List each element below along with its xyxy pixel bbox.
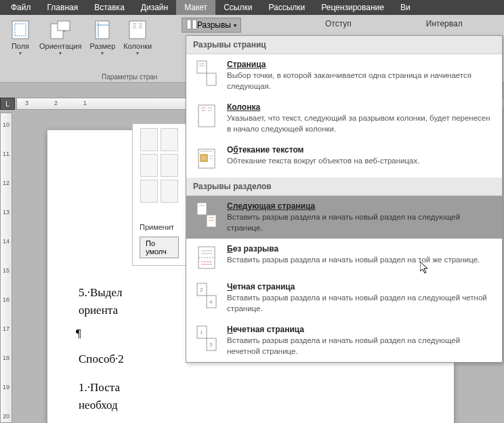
preview-thumb (140, 180, 158, 203)
svg-rect-7 (129, 21, 146, 39)
menu-file[interactable]: Файл (3, 0, 39, 15)
nextpage-break-icon (193, 201, 220, 228)
svg-text:4: 4 (209, 299, 213, 305)
menu-review[interactable]: Рецензирование (313, 0, 392, 15)
preview-thumb (161, 180, 178, 203)
pilcrow: ¶ (76, 327, 81, 340)
svg-text:3: 3 (209, 342, 213, 348)
menu-layout[interactable]: Макет (176, 0, 215, 15)
document-text: ориента (79, 304, 118, 317)
breaks-icon (186, 19, 197, 32)
dd-page[interactable]: Страница Выбор точки, в которой заканчив… (186, 54, 502, 97)
svg-rect-14 (187, 20, 191, 29)
tab-selector[interactable]: L (0, 98, 15, 110)
menu-insert[interactable]: Вставка (86, 0, 133, 15)
column-break-icon (193, 102, 220, 129)
document-text: 5.·Выдел (79, 286, 122, 300)
svg-rect-30 (197, 203, 207, 215)
document-text: Способ·2 (79, 352, 124, 366)
vertical-ruler[interactable]: 10 11 12 13 14 15 16 17 18 19 20 (0, 113, 12, 423)
orientation-button[interactable]: Ориентация ▾ (35, 18, 85, 58)
svg-rect-17 (207, 73, 216, 85)
dd-continuous[interactable]: Без разрыва Вставить разрыв раздела и на… (186, 239, 502, 277)
oddpage-break-icon: 13 (193, 325, 220, 352)
preview-thumb (140, 154, 158, 177)
default-button[interactable]: По умолч (140, 237, 179, 258)
svg-text:1: 1 (200, 329, 203, 336)
menu-view[interactable]: Ви (392, 0, 419, 15)
size-button[interactable]: Размер ▾ (85, 18, 119, 58)
svg-rect-15 (192, 20, 196, 29)
indent-label: Отступ (325, 19, 352, 28)
document-text: необход (79, 399, 118, 412)
svg-text:2: 2 (200, 287, 203, 293)
dd-section-section-breaks: Разрывы разделов (186, 178, 502, 196)
columns-button[interactable]: Колонки ▾ (119, 18, 156, 58)
page-setup-panel: Применит По умолч (132, 123, 186, 266)
spacing-label: Интервал (426, 19, 463, 28)
columns-icon (127, 19, 148, 41)
margins-button[interactable]: Поля ▾ (5, 18, 35, 58)
dd-next-page[interactable]: Следующая страница Вставить разрыв разде… (186, 196, 502, 239)
orientation-icon (49, 19, 71, 41)
breaks-button[interactable]: Разрывы ▾ (182, 18, 241, 33)
dd-textwrap[interactable]: Обтекание текстом Обтекание текста вокру… (186, 140, 502, 178)
svg-rect-16 (197, 61, 207, 73)
evenpage-break-icon: 24 (193, 282, 220, 309)
size-icon (91, 19, 113, 41)
svg-rect-26 (201, 155, 207, 161)
dd-column[interactable]: Колонка Указывает, что текст, следующий … (186, 97, 502, 140)
page-break-icon (193, 60, 220, 87)
margins-icon (9, 19, 31, 41)
svg-rect-31 (207, 215, 216, 227)
svg-rect-4 (96, 21, 109, 39)
apply-to-label: Применит (140, 223, 179, 231)
preview-thumb (161, 128, 178, 151)
ribbon-group-caption: Параметры стран (102, 73, 157, 81)
document-text: 1.·Поста (79, 381, 120, 395)
menubar: Файл Главная Вставка Дизайн Макет Ссылки… (0, 0, 504, 15)
svg-rect-20 (198, 105, 215, 127)
dd-even-page[interactable]: 24 Четная страница Вставить разрыв разде… (186, 277, 502, 319)
dd-section-page-breaks: Разрывы страниц (186, 36, 502, 54)
menu-home[interactable]: Главная (39, 0, 87, 15)
preview-thumb (161, 154, 178, 177)
dd-odd-page[interactable]: 13 Нечетная страница Вставить разрыв раз… (186, 319, 502, 362)
svg-rect-3 (58, 21, 70, 31)
menu-mailings[interactable]: Рассылки (260, 0, 313, 15)
ribbon-section-labels: Отступ Интервал (325, 19, 463, 28)
menu-design[interactable]: Дизайн (133, 0, 176, 15)
preview-thumb (140, 128, 158, 151)
breaks-dropdown: Разрывы страниц Страница Выбор точки, в … (186, 35, 503, 363)
menu-references[interactable]: Ссылки (215, 0, 260, 15)
continuous-break-icon (193, 244, 220, 271)
textwrap-break-icon (193, 145, 220, 172)
